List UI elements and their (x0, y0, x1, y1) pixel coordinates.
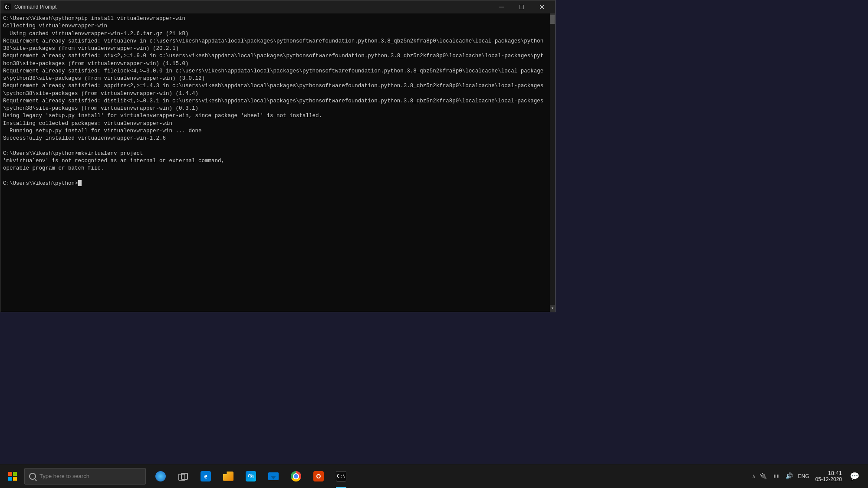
cortana-icon (155, 471, 166, 481)
cmd-window: C: Command Prompt ─ □ ✕ C:\Users\Vikesh\… (0, 0, 556, 312)
maximize-button[interactable]: □ (512, 0, 532, 13)
windows-icon (8, 472, 17, 481)
notification-icon: 💬 (850, 472, 859, 481)
start-button[interactable] (2, 464, 23, 488)
cmd-titlebar[interactable]: C: Command Prompt ─ □ ✕ (0, 0, 555, 13)
terminal-content[interactable]: C:\Users\Vikesh\python>pip install virtu… (0, 13, 555, 312)
clock-date: 05-12-2020 (815, 476, 842, 482)
terminal-scrollbar[interactable]: ▲ ▼ (550, 13, 555, 312)
taskbar: Type here to search e 🛍 (0, 464, 868, 488)
chrome-icon (291, 471, 301, 481)
taskbar-apps: e 🛍 O C:\ (149, 464, 748, 488)
cmd-window-controls[interactable]: ─ □ ✕ (492, 0, 552, 13)
search-box[interactable]: Type here to search (24, 468, 146, 485)
taskbar-edge[interactable]: e (194, 464, 217, 488)
mail-icon (268, 472, 279, 480)
svg-text:C:: C: (5, 5, 10, 10)
systray-expand-button[interactable]: ∧ (752, 472, 756, 481)
minimize-button[interactable]: ─ (492, 0, 512, 13)
taskbar-taskview[interactable] (172, 464, 194, 488)
network-icon[interactable]: 🔌 (758, 471, 769, 481)
battery-icon[interactable]: ▮▮ (771, 471, 781, 481)
taskbar-explorer[interactable] (217, 464, 240, 488)
scrollbar-thumb[interactable] (550, 15, 555, 24)
scroll-down-arrow[interactable]: ▼ (550, 305, 555, 312)
clock-time: 18:41 (828, 470, 842, 477)
taskbar-mail[interactable] (262, 464, 285, 488)
taskbar-chrome[interactable] (285, 464, 307, 488)
desktop: C: Command Prompt ─ □ ✕ C:\Users\Vikesh\… (0, 0, 868, 488)
search-icon (29, 473, 36, 480)
cmd-title-text: Command Prompt (14, 4, 492, 10)
clock[interactable]: 18:41 05-12-2020 (813, 470, 845, 483)
systray-icons: 🔌 ▮▮ 🔊 (758, 471, 794, 481)
taskbar-cortana[interactable] (149, 464, 172, 488)
store-icon: 🛍 (246, 471, 256, 481)
cmd-icon: C:\ (336, 471, 346, 481)
notification-button[interactable]: 💬 (846, 468, 863, 485)
office-icon: O (313, 471, 324, 481)
cmd-title-icon: C: (4, 3, 11, 10)
close-button[interactable]: ✕ (532, 0, 552, 13)
volume-icon[interactable]: 🔊 (784, 471, 795, 481)
language-indicator[interactable]: ENG (796, 472, 811, 481)
taskview-icon (178, 473, 188, 480)
taskbar-store[interactable]: 🛍 (240, 464, 262, 488)
taskbar-office[interactable]: O (307, 464, 330, 488)
search-placeholder-text: Type here to search (39, 473, 89, 479)
terminal-output: C:\Users\Vikesh\python>pip install virtu… (3, 15, 546, 187)
explorer-icon (223, 472, 233, 481)
system-tray: ∧ 🔌 ▮▮ 🔊 ENG 18:41 05-12-2020 💬 (748, 464, 866, 488)
edge-icon: e (201, 471, 211, 481)
taskbar-cmd[interactable]: C:\ (330, 464, 352, 488)
